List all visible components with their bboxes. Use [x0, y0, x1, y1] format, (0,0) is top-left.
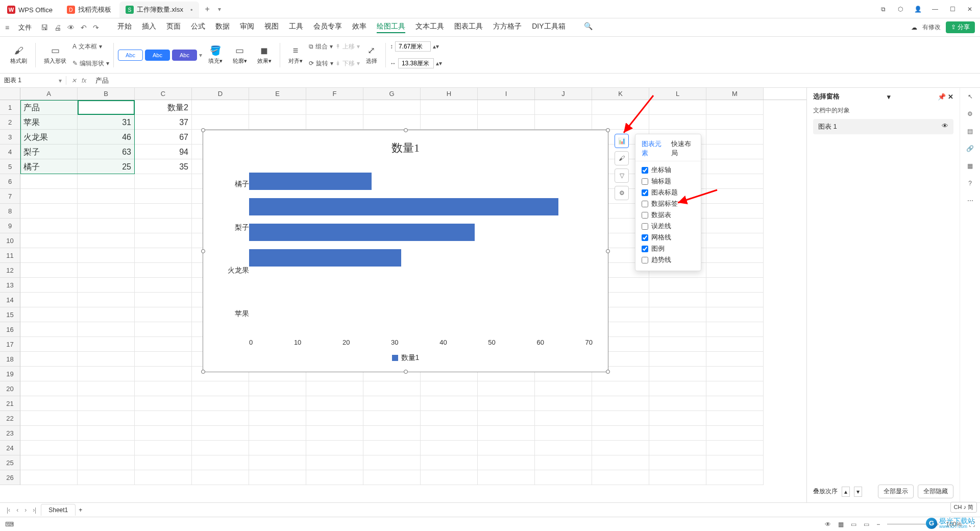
col-header[interactable]: H [421, 88, 478, 100]
cell[interactable] [192, 396, 249, 411]
cell[interactable] [592, 396, 649, 411]
shape-style-gallery[interactable]: Abc Abc Abc ▾ [118, 50, 202, 61]
cell[interactable] [706, 455, 764, 470]
row-header[interactable]: 19 [0, 367, 20, 381]
object-row[interactable]: 图表 1 👁 [813, 119, 953, 134]
row-header[interactable]: 24 [0, 441, 20, 455]
menu-icon[interactable]: ≡ [5, 23, 9, 32]
cell[interactable] [78, 248, 135, 263]
cell[interactable] [135, 233, 192, 248]
effect-button[interactable]: ◼效果▾ [253, 45, 276, 65]
cell[interactable] [249, 381, 306, 396]
cell[interactable] [20, 189, 78, 204]
cell[interactable] [421, 441, 478, 455]
row-header[interactable]: 17 [0, 337, 20, 352]
cell[interactable] [135, 307, 192, 322]
cell[interactable] [135, 381, 192, 396]
cell[interactable] [592, 455, 649, 470]
chart-elements-button[interactable]: 📊 [615, 134, 629, 148]
cell[interactable] [592, 470, 649, 485]
cell[interactable]: 火龙果 [20, 130, 78, 144]
avatar-icon[interactable]: 👤 [913, 6, 923, 13]
cell[interactable] [706, 233, 764, 248]
cell[interactable] [706, 204, 764, 219]
cell[interactable] [421, 396, 478, 411]
cell[interactable] [135, 248, 192, 263]
visibility-icon[interactable]: 👁 [942, 122, 948, 131]
tab-page[interactable]: 页面 [166, 22, 181, 33]
cell[interactable] [135, 204, 192, 219]
cell[interactable] [649, 441, 706, 455]
chevron-down-icon[interactable]: ▾ [887, 93, 891, 101]
more-icon[interactable]: ⋯ [967, 197, 973, 204]
pin-icon[interactable]: 📌 [938, 93, 946, 101]
cell[interactable] [20, 381, 78, 396]
cell[interactable] [363, 381, 421, 396]
cell[interactable] [421, 411, 478, 426]
cell[interactable] [20, 263, 78, 278]
cell[interactable] [78, 322, 135, 337]
row-header[interactable]: 12 [0, 263, 20, 278]
cell[interactable] [20, 470, 78, 485]
cell[interactable] [478, 470, 535, 485]
help-icon[interactable]: ? [968, 180, 972, 187]
cube-icon[interactable]: ⬡ [895, 6, 905, 13]
cell[interactable] [649, 352, 706, 367]
cell[interactable] [706, 219, 764, 233]
cell[interactable] [592, 411, 649, 426]
row-header[interactable]: 22 [0, 411, 20, 426]
cell[interactable] [649, 307, 706, 322]
cell[interactable] [478, 396, 535, 411]
cell[interactable] [535, 470, 592, 485]
chart-element-checkbox[interactable]: 图例 [642, 243, 695, 254]
row-header[interactable]: 20 [0, 381, 20, 396]
cell[interactable] [192, 100, 249, 115]
page-view-icon[interactable]: ▭ [864, 521, 869, 528]
cell[interactable] [78, 263, 135, 278]
cell[interactable] [20, 322, 78, 337]
cell[interactable] [78, 367, 135, 381]
cell[interactable] [706, 411, 764, 426]
cell[interactable] [78, 455, 135, 470]
cell[interactable] [649, 426, 706, 441]
cell[interactable] [363, 426, 421, 441]
cell[interactable] [192, 470, 249, 485]
cell[interactable] [535, 426, 592, 441]
cell[interactable] [306, 411, 363, 426]
tab-formula[interactable]: 公式 [191, 22, 205, 33]
cell[interactable] [706, 441, 764, 455]
tab-tools[interactable]: 工具 [289, 22, 303, 33]
cell[interactable] [363, 115, 421, 130]
last-sheet-icon[interactable]: ›| [31, 506, 38, 514]
group-button[interactable]: ⧉组合▾ [309, 39, 333, 54]
app-tab-wps[interactable]: W WPS Office [1, 2, 59, 18]
cell[interactable] [20, 248, 78, 263]
cell[interactable] [192, 455, 249, 470]
chart-element-checkbox[interactable]: 网格线 [642, 232, 695, 243]
cell[interactable] [706, 189, 764, 204]
cell[interactable] [535, 441, 592, 455]
format-brush-button[interactable]: 🖌格式刷 [6, 45, 31, 65]
cell[interactable]: 数量1 [78, 100, 135, 115]
save-icon[interactable]: 🖫 [41, 23, 48, 32]
cell[interactable] [78, 174, 135, 189]
cell[interactable] [20, 233, 78, 248]
zoom-out-icon[interactable]: − [876, 521, 880, 528]
chart-title[interactable]: 数量1 [218, 140, 593, 156]
edit-shape-button[interactable]: ✎编辑形状▾ [72, 56, 109, 71]
hide-all-button[interactable]: 全部隐藏 [918, 485, 953, 498]
tab-review[interactable]: 审阅 [240, 22, 254, 33]
cell[interactable] [478, 426, 535, 441]
style-chip-2[interactable]: Abc [145, 50, 170, 61]
close-icon[interactable]: ✕ [948, 93, 953, 101]
chart-bar[interactable] [249, 198, 558, 215]
cell[interactable] [421, 100, 478, 115]
cell[interactable] [20, 455, 78, 470]
cell[interactable] [363, 411, 421, 426]
cell[interactable] [20, 307, 78, 322]
cell[interactable] [421, 470, 478, 485]
cell[interactable] [78, 337, 135, 352]
cell[interactable] [421, 381, 478, 396]
cell[interactable] [78, 411, 135, 426]
cell[interactable] [306, 396, 363, 411]
